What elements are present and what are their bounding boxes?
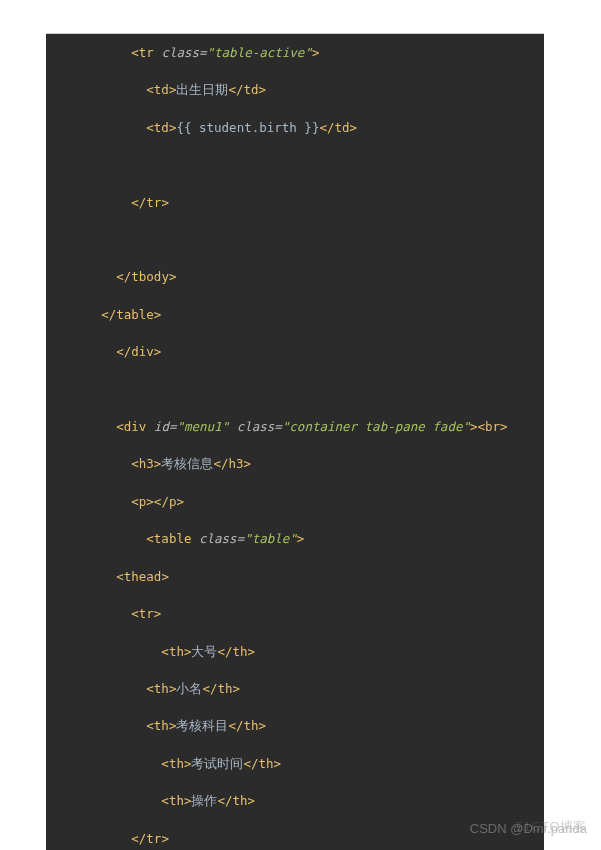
tag-open: < (161, 793, 169, 808)
tag-th: th (154, 681, 169, 696)
tag-td: td (154, 120, 169, 135)
tag-open: < (146, 531, 154, 546)
tag-open: </ (319, 120, 334, 135)
tag-open: </ (217, 793, 232, 808)
text-th-2: 小名 (176, 681, 202, 696)
tag-close: > (248, 644, 256, 659)
tag-close: > (161, 195, 169, 210)
attr-val-menu1: "menu1" (176, 419, 229, 434)
tag-close: > (154, 606, 162, 621)
tag-tbody: tbody (131, 269, 169, 284)
tag-open: < (131, 456, 139, 471)
tag-tr: tr (146, 831, 161, 846)
tag-open: < (131, 45, 139, 60)
tag-open: </ (131, 831, 146, 846)
tag-tr: tr (139, 606, 154, 621)
tag-close: > (259, 718, 267, 733)
tag-th: th (244, 718, 259, 733)
tag-close: > (248, 793, 256, 808)
tag-td: td (154, 82, 169, 97)
tag-th: th (169, 644, 184, 659)
tag-open: < (161, 756, 169, 771)
tag-open: </ (217, 644, 232, 659)
tag-close: > (161, 569, 169, 584)
tag-th: th (233, 644, 248, 659)
tag-close: > (297, 531, 305, 546)
tag-close: > (233, 681, 241, 696)
text-th-5: 操作 (191, 793, 217, 808)
tag-close: > (244, 456, 252, 471)
tag-open: </ (228, 82, 243, 97)
tag-close: > (146, 494, 154, 509)
tag-tr: tr (146, 195, 161, 210)
tag-open: < (131, 606, 139, 621)
tag-open: </ (116, 269, 131, 284)
tag-open: < (161, 644, 169, 659)
tag-open: </ (154, 494, 169, 509)
tag-th: th (169, 793, 184, 808)
tag-td: td (244, 82, 259, 97)
tag-table: table (154, 531, 192, 546)
tag-close: > (274, 756, 282, 771)
tag-open: </ (202, 681, 217, 696)
tag-th: th (154, 718, 169, 733)
attr-class: class= (229, 419, 282, 434)
text-th-3: 考核科目 (176, 718, 228, 733)
tag-h3: h3 (139, 456, 154, 471)
tag-close: > (350, 120, 358, 135)
top-border-area (46, 0, 544, 34)
watermark-csdn: CSDN @Dmr.panda (470, 821, 587, 836)
tag-open: < (146, 82, 154, 97)
tag-open: </ (101, 307, 116, 322)
attr-val-container: "container tab-pane fade" (282, 419, 470, 434)
text-th-1: 大号 (191, 644, 217, 659)
tag-close: > (154, 344, 162, 359)
code-editor: <tr class="table-active"> <td>出生日期</td> … (46, 0, 544, 850)
tag-open: < (146, 718, 154, 733)
attr-class: class= (191, 531, 244, 546)
code-block: <tr class="table-active"> <td>出生日期</td> … (46, 34, 544, 848)
tag-open: < (146, 120, 154, 135)
tag-close: > (500, 419, 508, 434)
tag-open: < (146, 681, 154, 696)
tag-th: th (218, 681, 233, 696)
attr-val-table: "table" (244, 531, 297, 546)
tag-th: th (233, 793, 248, 808)
tag-tr: tr (139, 45, 154, 60)
tag-close: > (161, 831, 169, 846)
tag-open: </ (228, 718, 243, 733)
text-th-4: 考试时间 (191, 756, 243, 771)
tag-close: > (176, 494, 184, 509)
tag-open: </ (116, 344, 131, 359)
attr-val-table-active: "table-active" (207, 45, 312, 60)
tag-close: > (470, 419, 478, 434)
text-exam-info: 考核信息 (161, 456, 213, 471)
text-birth-label: 出生日期 (176, 82, 228, 97)
tag-close: > (259, 82, 267, 97)
tag-h3: h3 (228, 456, 243, 471)
tag-div: div (131, 344, 154, 359)
attr-id: id= (146, 419, 176, 434)
text-student-birth: {{ student.birth }} (176, 120, 319, 135)
tag-th: th (169, 756, 184, 771)
tag-open: </ (131, 195, 146, 210)
tag-close: > (169, 269, 177, 284)
attr-class: class= (154, 45, 207, 60)
tag-br: br (485, 419, 500, 434)
tag-open: < (478, 419, 486, 434)
tag-open: < (131, 494, 139, 509)
tag-td: td (335, 120, 350, 135)
tag-close: > (312, 45, 320, 60)
tag-th: th (259, 756, 274, 771)
tag-close: > (154, 307, 162, 322)
tag-open: < (116, 569, 124, 584)
tag-table: table (116, 307, 154, 322)
tag-open: </ (243, 756, 258, 771)
tag-div: div (124, 419, 147, 434)
tag-open: < (116, 419, 124, 434)
tag-thead: thead (124, 569, 162, 584)
tag-open: </ (213, 456, 228, 471)
